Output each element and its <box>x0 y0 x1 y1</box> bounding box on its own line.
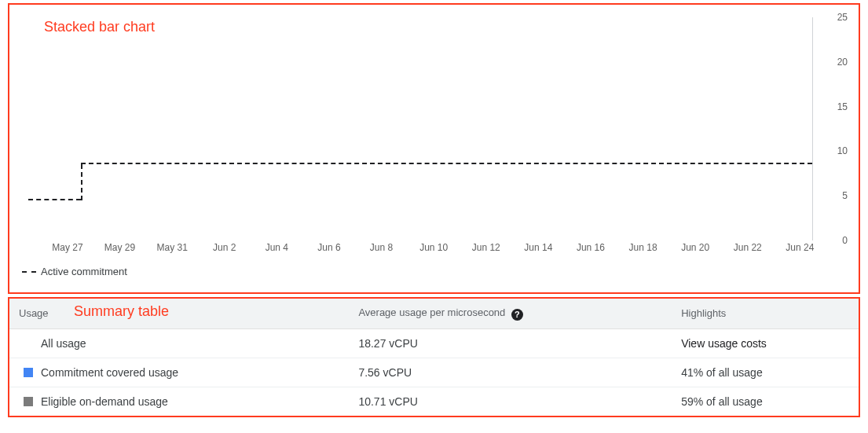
y-tick: 20 <box>837 57 848 68</box>
bar-slot <box>760 17 786 240</box>
x-tick: Jun 14 <box>524 242 552 253</box>
usage-label: Eligible on-demand usage <box>41 395 168 408</box>
bar-slot <box>551 17 577 240</box>
col-header-highlights: Highlights <box>672 299 859 328</box>
bar-slot <box>734 17 760 240</box>
bar-slot <box>159 17 185 240</box>
x-tick: May 31 <box>156 242 187 253</box>
x-tick: Jun 8 <box>370 242 393 253</box>
y-tick: 10 <box>837 145 848 156</box>
x-tick: Jun 4 <box>266 242 288 253</box>
x-tick: Jun 16 <box>577 242 605 253</box>
bar-slot <box>28 17 54 240</box>
col-header-avg: Average usage per microsecond ? <box>349 299 672 328</box>
cell-avg: 10.71 vCPU <box>349 387 672 416</box>
table-row: Eligible on-demand usage10.71 vCPU59% of… <box>9 387 859 416</box>
bar-slot <box>682 17 708 240</box>
bar-slot <box>708 17 734 240</box>
dash-icon <box>22 271 36 273</box>
bar-slot <box>786 17 812 240</box>
bar-slot <box>446 17 472 240</box>
bar-slot <box>133 17 159 240</box>
bar-slot <box>577 17 603 240</box>
bar-slot <box>54 17 80 240</box>
x-tick: Jun 12 <box>472 242 500 253</box>
bar-slot <box>81 17 107 240</box>
cell-highlights: 59% of all usage <box>672 387 859 416</box>
x-tick: Jun 6 <box>317 242 340 253</box>
bar-slot <box>290 17 316 240</box>
bar-slot <box>655 17 681 240</box>
y-axis-ticks: 0510152025 <box>816 17 851 240</box>
view-usage-costs-link[interactable]: View usage costs <box>681 337 767 350</box>
cell-avg: 7.56 vCPU <box>349 358 672 387</box>
annotation-table: Summary table <box>74 303 169 320</box>
bar-slot <box>342 17 368 240</box>
cell-usage: Eligible on-demand usage <box>9 387 349 416</box>
x-tick: May 27 <box>52 242 82 253</box>
x-tick: Jun 24 <box>786 242 814 253</box>
bar-slot <box>211 17 237 240</box>
cell-highlights[interactable]: View usage costs <box>672 328 859 358</box>
x-tick: Jun 20 <box>681 242 709 253</box>
x-tick: Jun 22 <box>734 242 762 253</box>
cell-usage: All usage <box>9 328 349 358</box>
chart-panel: Stacked bar chart 0510152025 May 27May 2… <box>8 3 860 294</box>
stacked-bar-chart: 0510152025 May 27May 29May 31Jun 2Jun 4J… <box>17 11 851 262</box>
bar-slot <box>263 17 289 240</box>
legend-label: Active commitment <box>41 266 127 277</box>
x-tick: Jun 2 <box>213 242 236 253</box>
col-header-avg-label: Average usage per microsecond <box>358 306 505 318</box>
color-swatch <box>24 368 33 377</box>
x-tick: Jun 10 <box>419 242 448 253</box>
y-tick: 0 <box>842 235 848 246</box>
bar-slot <box>499 17 525 240</box>
y-tick: 15 <box>837 101 848 112</box>
bar-slot <box>368 17 394 240</box>
bar-slot <box>394 17 420 240</box>
usage-label: All usage <box>41 337 86 350</box>
bar-slot <box>473 17 499 240</box>
bar-slot <box>525 17 551 240</box>
col-header-usage: Usage <box>9 299 349 328</box>
usage-label: Commitment covered usage <box>41 366 178 379</box>
y-tick: 25 <box>837 12 848 23</box>
table-row: Commitment covered usage7.56 vCPU41% of … <box>9 358 859 387</box>
bar-slot <box>629 17 655 240</box>
color-swatch <box>24 397 33 406</box>
x-tick: Jun 18 <box>629 242 657 253</box>
summary-table-panel: Summary table Usage Average usage per mi… <box>8 297 860 417</box>
bar-slot <box>107 17 133 240</box>
table-row: All usage18.27 vCPUView usage costs <box>9 328 859 358</box>
bar-slot <box>185 17 211 240</box>
cell-highlights: 41% of all usage <box>672 358 859 387</box>
x-axis-labels: May 27May 29May 31Jun 2Jun 4Jun 6Jun 8Ju… <box>28 242 813 256</box>
bar-slot <box>316 17 342 240</box>
bar-slot <box>420 17 446 240</box>
cell-usage: Commitment covered usage <box>9 358 349 387</box>
legend-active-commitment: Active commitment <box>22 266 851 277</box>
cell-avg: 18.27 vCPU <box>349 328 672 358</box>
bar-slot <box>603 17 629 240</box>
bar-slot <box>237 17 263 240</box>
y-tick: 5 <box>842 190 848 201</box>
help-icon[interactable]: ? <box>511 309 523 321</box>
x-tick: May 29 <box>104 242 135 253</box>
